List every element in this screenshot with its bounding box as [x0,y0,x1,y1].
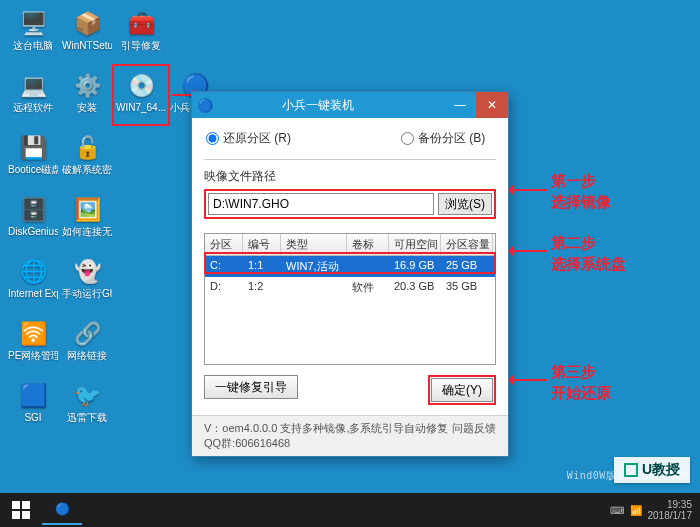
col-index: 编号 [243,234,281,255]
sgi-icon: 🟦 [16,380,50,412]
start-button[interactable] [0,493,42,527]
partition-icon: 🗄️ [16,194,50,226]
icon-label: 手动运行Ghost [62,288,112,299]
taskbar[interactable]: 🔵 ⌨ 📶 19:35 2018/1/17 [0,493,700,527]
radio-backup-input[interactable] [401,132,414,145]
cell-type [281,277,347,298]
icon-label: 破解系统密码 [62,164,112,175]
grid-row-c[interactable]: C: 1:1 WIN7,活动 16.9 GB 25 GB [205,256,495,277]
icon-label: Bootice磁盘工具 [8,164,58,175]
desktop-icon-winntsetup[interactable]: 📦WinNTSetup [60,6,114,62]
desktop-icon-ghost[interactable]: 👻手动运行Ghost [60,254,114,310]
step3-text: 开始还原 [551,382,611,403]
tray-clock[interactable]: 19:35 2018/1/17 [648,499,693,522]
ok-button[interactable]: 确定(Y) [431,378,493,402]
clock-date: 2018/1/17 [648,510,693,522]
icon-label: 这台电脑 [13,40,53,51]
desktop-icon-boot-repair[interactable]: 🧰引导修复 [114,6,168,62]
radio-restore[interactable]: 还原分区 (R) [206,130,291,147]
brand-badge: U教授 [614,457,690,483]
tray-keyboard-icon[interactable]: ⌨ [610,505,624,516]
ghost-icon: 👻 [70,256,104,288]
col-label: 卷标 [347,234,389,255]
grid-row-d[interactable]: D: 1:2 软件 20.3 GB 35 GB [205,277,495,298]
desktop-icon-bootice[interactable]: 💾Bootice磁盘工具 [6,130,60,186]
guide-step2: 第二步 选择系统盘 [551,232,626,274]
desktop-icon-install[interactable]: ⚙️安装 [60,68,114,124]
icon-label: 引导修复 [121,40,161,51]
tray-network-icon[interactable]: 📶 [630,505,642,516]
desktop-icon-net-links[interactable]: 🔗网络链接 [60,316,114,372]
image-path-input[interactable] [208,193,434,215]
icon-label: 迅雷下载 [67,412,107,423]
step2-text: 选择系统盘 [551,253,626,274]
partition-grid[interactable]: 分区 编号 类型 卷标 可用空间 分区容量 C: 1:1 WIN7,活动 [204,233,496,365]
titlebar[interactable]: 🔵 小兵一键装机 — ✕ [192,92,508,118]
guide-step3: 第三步 开始还原 [551,361,611,403]
step1-text: 选择镜像 [551,191,611,212]
cell-label: 软件 [347,277,389,298]
svg-rect-0 [12,501,20,509]
guide-step1: 第一步 选择镜像 [551,170,611,212]
cell-size: 35 GB [441,277,493,298]
desktop-icon-pe-net[interactable]: 🛜PE网络管理器 [6,316,60,372]
cell-index: 1:1 [243,256,281,277]
icon-label: 安装 [77,102,97,113]
image-icon: 🖼️ [70,194,104,226]
desktop-icon-wifi-howto[interactable]: 🖼️如何连接无线网络 [60,192,114,248]
ie-icon: 🌐 [16,256,50,288]
icon-label: WinNTSetup [62,40,112,51]
package-icon: 📦 [70,8,104,40]
pc-icon: 🖥️ [16,8,50,40]
remote-icon: 💻 [16,70,50,102]
grid-header: 分区 编号 类型 卷标 可用空间 分区容量 [205,234,495,256]
icon-label: SGI [24,412,41,423]
desktop-icon-xunlei[interactable]: 🐦迅雷下载 [60,378,114,434]
brand-icon [624,463,638,477]
system-tray[interactable]: ⌨ 📶 19:35 2018/1/17 [610,499,701,522]
desktop-icon-win7-64[interactable]: 💿WIN7_64... [114,68,168,124]
icon-label: DiskGenius分区工具 [8,226,58,237]
disk-icon: 💾 [16,132,50,164]
desktop-icon-sgi[interactable]: 🟦SGI [6,378,60,434]
svg-rect-3 [22,511,30,519]
cell-type: WIN7,活动 [281,256,347,277]
image-path-row: 浏览(S) [204,189,496,219]
desktop-icon-diskgenius[interactable]: 🗄️DiskGenius分区工具 [6,192,60,248]
desktop-icon-ie[interactable]: 🌐Internet Explorer [6,254,60,310]
close-button[interactable]: ✕ [476,92,508,118]
arrow-step3 [511,379,547,381]
gear-icon: ⚙️ [70,70,104,102]
step3-title: 第三步 [551,361,611,382]
col-size: 分区容量 [441,234,493,255]
disc-icon: 💿 [124,70,158,102]
separator [204,159,496,160]
link-icon: 🔗 [70,318,104,350]
desktop-icon-crack-pwd[interactable]: 🔓破解系统密码 [60,130,114,186]
windows-icon [12,501,30,519]
svg-rect-1 [22,501,30,509]
icon-label: 网络链接 [67,350,107,361]
cell-partition: D: [205,277,243,298]
status-bar: V：oem4.0.0.0 支持多种镜像,多系统引导自动修复 问题反馈QQ群:60… [192,415,508,456]
col-type: 类型 [281,234,347,255]
desktop-icon-this-pc[interactable]: 🖥️这台电脑 [6,6,60,62]
cell-partition: C: [205,256,243,277]
taskbar-app-button[interactable]: 🔵 [42,495,82,525]
arrow-step1 [511,189,547,191]
highlight-box-ok: 确定(Y) [428,375,496,405]
col-partition: 分区 [205,234,243,255]
window-title: 小兵一键装机 [218,97,444,114]
icon-label: 远程软件 [13,102,53,113]
unlock-icon: 🔓 [70,132,104,164]
toolbox-icon: 🧰 [124,8,158,40]
bird-icon: 🐦 [70,380,104,412]
radio-backup[interactable]: 备份分区 (B) [401,130,485,147]
repair-boot-button[interactable]: 一键修复引导 [204,375,298,399]
network-icon: 🛜 [16,318,50,350]
step1-title: 第一步 [551,170,611,191]
minimize-button[interactable]: — [444,92,476,118]
radio-restore-input[interactable] [206,132,219,145]
desktop-icon-remote[interactable]: 💻远程软件 [6,68,60,124]
browse-button[interactable]: 浏览(S) [438,193,492,215]
